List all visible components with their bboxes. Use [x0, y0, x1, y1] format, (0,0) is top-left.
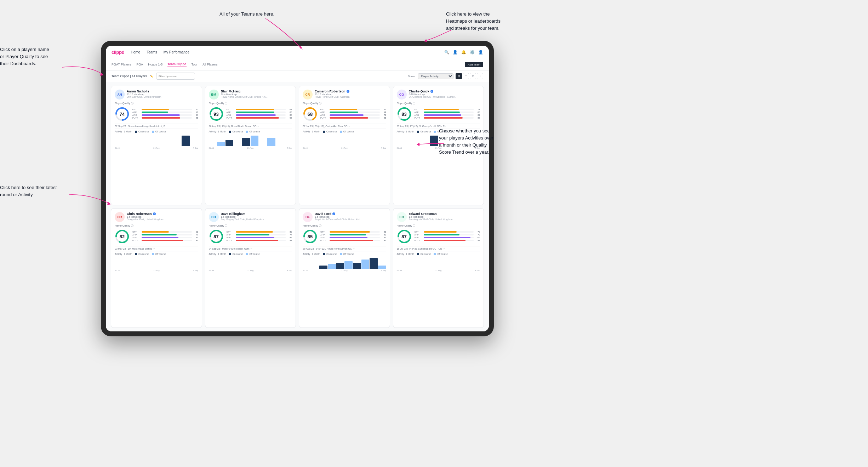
filter-icon[interactable]: ▼	[470, 73, 476, 79]
stat-row: OTT 89	[320, 231, 386, 233]
sub-nav-allplayers[interactable]: All Players	[202, 63, 218, 67]
stat-bar-bg	[330, 231, 380, 233]
latest-round[interactable]: 04 Sep 23 | Mobility with coach, Gym →	[209, 246, 292, 251]
app-logo[interactable]: clippd	[112, 50, 124, 55]
stat-row: PUTT 85	[320, 117, 386, 119]
stat-bar-bg	[236, 109, 286, 110]
chart-bar	[370, 258, 378, 269]
quality-circle[interactable]: 87	[397, 229, 412, 244]
list-view-icon[interactable]: ☰	[463, 73, 469, 79]
quality-section: 87 OTT 82 APP 74 ARG	[209, 229, 292, 244]
nav-item-teams[interactable]: Teams	[147, 50, 157, 54]
offcourse-legend	[340, 131, 342, 133]
player-info: Charlie Quick✓ 6-10 Handicap St. George'…	[409, 90, 480, 98]
stat-value: 60	[193, 231, 198, 233]
player-header: CR Chris Robertson✓ 1-5 Handicap Craigmi…	[115, 212, 198, 222]
player-name[interactable]: David Ford✓	[315, 212, 386, 216]
nav-item-myperformance[interactable]: My Performance	[164, 50, 189, 54]
activity-chart: 31 Jul 21 Aug 4 Sep	[303, 256, 386, 270]
latest-round-text: 02 Jul 23 | 59 (+17), Craigmillar Park G…	[303, 125, 350, 127]
stat-label: APP	[320, 111, 328, 113]
nav-item-home[interactable]: Home	[131, 50, 140, 54]
stat-value: 84	[287, 108, 292, 110]
sub-nav-tour[interactable]: Tour	[192, 63, 198, 67]
chart-bar	[344, 261, 353, 269]
stat-value: 84	[193, 114, 198, 116]
quality-circle[interactable]: 85	[303, 229, 318, 244]
quality-circle[interactable]: 68	[303, 107, 318, 121]
quality-number: 87	[213, 234, 218, 239]
quality-label: Player Quality ⓘ	[303, 102, 386, 105]
callout-latest-round-arrow	[69, 191, 112, 209]
stat-row: OTT 61	[320, 108, 386, 110]
stat-label: PUTT	[320, 117, 328, 119]
player-avatar: EC	[397, 212, 407, 222]
filter-input[interactable]	[156, 73, 195, 80]
sub-nav-pga[interactable]: PGA	[136, 63, 143, 67]
grid-view-icon[interactable]: ⊞	[456, 73, 462, 79]
quality-circle[interactable]: 74	[115, 107, 130, 121]
player-header: CR Cameron Robertson✓ 11-15 Handicap Roy…	[303, 90, 386, 99]
stat-label: APP	[320, 234, 328, 236]
player-name[interactable]: Aaron Nicholls	[127, 90, 198, 93]
chart-bars	[115, 256, 198, 269]
sub-nav-hcaps[interactable]: Hcaps 1-5	[148, 63, 162, 67]
player-name[interactable]: Charlie Quick✓	[409, 90, 480, 93]
stat-label: ARG	[415, 114, 422, 116]
player-name[interactable]: Blair McHarg	[221, 90, 292, 93]
chart-bars	[115, 134, 198, 146]
stat-bar	[236, 231, 273, 233]
quality-circle[interactable]: 82	[115, 229, 130, 244]
stat-label: OTT	[415, 231, 422, 233]
stat-value: 58	[193, 111, 198, 113]
callout-teams: All of your Teams are here.	[219, 11, 274, 18]
chart-labels: 31 Jul 21 Aug 4 Sep	[115, 269, 198, 272]
player-name[interactable]: Dave Billingham	[221, 212, 292, 216]
sub-nav-pgat[interactable]: PGAT Players	[112, 63, 131, 67]
chart-bar	[251, 136, 259, 146]
add-team-button[interactable]: Add Team	[465, 62, 483, 67]
stat-value: 77	[193, 234, 198, 236]
quality-circle[interactable]: 93	[209, 107, 224, 121]
latest-round[interactable]: 26 Aug 23 | 84 (+12), Royal North Devon …	[303, 246, 386, 251]
stat-bar-bg	[236, 117, 286, 119]
stat-label: PUTT	[320, 239, 328, 241]
latest-round[interactable]: 03 Mar 23 | 19, Must make putting →	[115, 246, 198, 251]
sort-icon[interactable]: ↕	[477, 73, 483, 79]
stat-label: PUTT	[227, 239, 234, 241]
latest-round[interactable]: 02 Jul 23 | 59 (+17), Craigmillar Park G…	[303, 124, 386, 129]
show-select[interactable]: Player Activity Quality Score Trend	[418, 73, 453, 79]
player-name[interactable]: Cameron Robertson✓	[315, 90, 386, 93]
player-info: David Ford✓ 1-5 Handicap Royal North Dev…	[315, 212, 386, 221]
chart-label-end: 4 Sep	[287, 147, 292, 149]
player-club: Royal North Devon Golf Club, United Kni.…	[315, 218, 386, 221]
stat-label: OTT	[132, 231, 140, 233]
latest-round[interactable]: 26 Aug 23 | 73 (+1), Royal North Devon G…	[209, 124, 292, 129]
callout-heatmaps-arrow	[432, 30, 453, 48]
sub-nav-teamclippd[interactable]: Team Clippd	[167, 62, 186, 67]
stat-row: ARG 83	[320, 237, 386, 239]
callout-activities-text: Choose whether you seeyour players Activ…	[439, 127, 493, 156]
latest-round[interactable]: 18 Jul 23 | 74 (+3), Sunningdale GC - Ol…	[397, 246, 480, 251]
bell-icon[interactable]: 🔔	[461, 50, 466, 55]
stat-bar-bg	[424, 112, 474, 113]
user-icon[interactable]: 👤	[453, 50, 458, 55]
stat-bar	[424, 117, 463, 119]
search-icon[interactable]: 🔍	[444, 50, 449, 55]
edit-icon[interactable]: ✏️	[150, 75, 153, 78]
player-name[interactable]: Edward Crossman	[409, 212, 480, 216]
chart-bars	[303, 256, 386, 269]
verified-icon: ✓	[332, 212, 335, 215]
quality-circle[interactable]: 87	[209, 229, 224, 244]
quality-section: 93 OTT 84 APP 85 ARG	[209, 107, 292, 121]
latest-round[interactable]: 02 Sep 23 | Sunset round to get back int…	[115, 124, 198, 129]
stat-value: 61	[381, 108, 386, 110]
stat-value: 88	[287, 114, 292, 116]
callout-heatmaps: Click here to view theHeatmaps or leader…	[446, 11, 501, 32]
quality-circle[interactable]: 83	[397, 107, 412, 121]
avatar-icon[interactable]: 👤	[478, 50, 483, 55]
player-name[interactable]: Chris Robertson✓	[127, 212, 198, 216]
settings-icon[interactable]: ⚙️	[470, 50, 475, 55]
chart-bars	[303, 134, 386, 146]
stat-bar	[424, 114, 462, 116]
